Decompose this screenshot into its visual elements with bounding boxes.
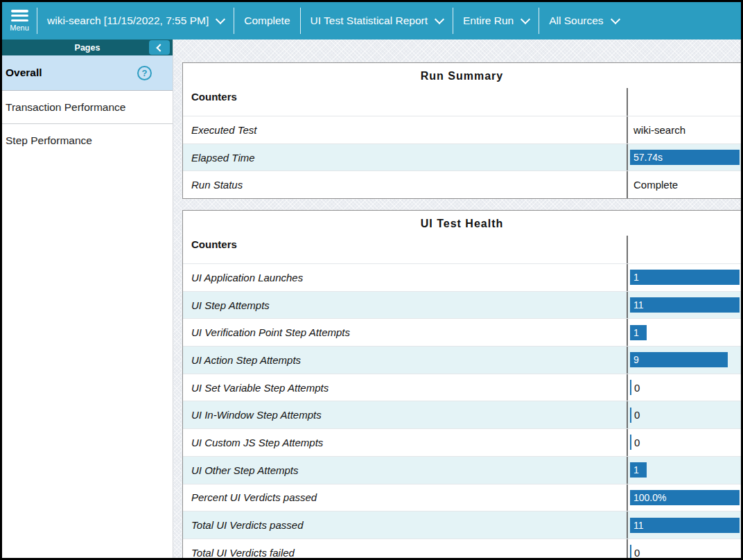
report-type-dropdown[interactable]: UI Test Statistical Report: [301, 2, 453, 40]
scope-label: Entire Run: [463, 15, 514, 27]
counter-label: UI In-Window Step Attempts: [183, 401, 627, 428]
sidebar-item-overall[interactable]: Overall?: [2, 55, 173, 91]
run-selector-label: wiki-search [11/15/2022, 7:55 PM]: [47, 15, 209, 27]
counter-row-ui-verification-point-step-attempts: UI Verification Point Step Attempts1: [183, 318, 741, 346]
counter-label: UI Application Launches: [183, 264, 627, 291]
counter-row-elapsed-time: Elapsed Time57.74s: [183, 143, 741, 171]
counter-value: 0: [634, 409, 640, 421]
counter-value: 0: [634, 547, 640, 558]
counter-row-ui-action-step-attempts: UI Action Step Attempts9: [183, 346, 741, 374]
counter-row-ui-set-variable-step-attempts: UI Set Variable Step Attempts0: [183, 374, 741, 401]
counter-bar-zero: [630, 545, 631, 558]
sources-label: All Sources: [549, 15, 603, 27]
counter-label: Percent UI Verdicts passed: [183, 484, 627, 511]
counter-label: UI Step Attempts: [183, 292, 627, 319]
counter-value: wiki-search: [633, 124, 685, 136]
counters-header-row: Counters: [183, 88, 741, 116]
counter-row-total-ui-verdicts-failed: Total UI Verdicts failed0: [183, 539, 741, 558]
counter-label: Total UI Verdicts failed: [183, 539, 627, 558]
counter-value-cell: 1: [627, 264, 741, 291]
counter-row-ui-in-window-step-attempts: UI In-Window Step Attempts0: [183, 401, 741, 428]
counter-bar: 100.0%: [630, 490, 740, 505]
counter-label: Elapsed Time: [183, 144, 627, 171]
counter-bar: 1: [630, 462, 647, 478]
counter-value-cell: 9: [627, 347, 741, 374]
counter-bar: 1: [630, 325, 647, 340]
top-toolbar: Menu wiki-search [11/15/2022, 7:55 PM] C…: [2, 2, 741, 40]
chevron-down-icon: [521, 14, 530, 24]
card-title: Run Summary: [183, 63, 741, 88]
pages-header: Pages: [2, 40, 173, 55]
counter-label: Executed Test: [183, 116, 627, 143]
counter-label: UI Action Step Attempts: [183, 347, 627, 374]
counter-value-cell: 0: [627, 539, 741, 558]
counter-bar: 57.74s: [630, 150, 740, 165]
counter-value-cell: 11: [627, 511, 741, 539]
chevron-left-icon: [156, 44, 164, 51]
counter-value-cell: 100.0%: [627, 484, 741, 511]
counter-value-cell: 0: [627, 429, 741, 456]
counter-label: UI Custom JS Step Attempts: [183, 429, 627, 456]
counter-row-run-status: Run StatusComplete: [183, 170, 741, 198]
counter-value-cell: 0: [627, 401, 741, 428]
counters-header-value-cell: [627, 88, 741, 116]
counters-header-row: Counters: [183, 236, 741, 263]
counter-bar-zero: [630, 380, 631, 395]
app-window: Menu wiki-search [11/15/2022, 7:55 PM] C…: [0, 0, 743, 560]
chevron-down-icon: [216, 14, 225, 24]
counter-row-ui-custom-js-step-attempts: UI Custom JS Step Attempts0: [183, 428, 741, 456]
sidebar-item-step-performance[interactable]: Step Performance: [2, 124, 173, 157]
sources-dropdown[interactable]: All Sources: [539, 2, 628, 40]
report-type-label: UI Test Statistical Report: [311, 15, 428, 27]
counter-label: UI Other Step Attempts: [183, 457, 627, 484]
counter-bar: 1: [630, 270, 740, 285]
counter-row-percent-ui-verdicts-passed: Percent UI Verdicts passed100.0%: [183, 484, 741, 511]
counter-row-executed-test: Executed Testwiki-search: [183, 116, 741, 143]
counter-value-cell: 0: [627, 374, 741, 401]
sidebar-item-label: Transaction Performance: [6, 101, 125, 114]
counter-bar: 11: [630, 297, 740, 313]
counters-header-value-cell: [627, 236, 741, 263]
scope-dropdown[interactable]: Entire Run: [453, 2, 539, 40]
menu-button[interactable]: Menu: [2, 2, 37, 40]
run-selector-dropdown[interactable]: wiki-search [11/15/2022, 7:55 PM]: [37, 2, 234, 40]
counter-label: UI Set Variable Step Attempts: [183, 374, 627, 401]
counter-bar-zero: [630, 435, 631, 450]
run-status-label: Complete: [234, 2, 299, 40]
counters-header-label: Counters: [183, 88, 627, 116]
counter-label: Total UI Verdicts passed: [183, 511, 627, 539]
counter-value-cell: 11: [627, 292, 741, 319]
pages-sidebar: Pages Overall?Transaction PerformanceSte…: [2, 40, 173, 558]
counter-label: Run Status: [183, 171, 627, 198]
sidebar-item-label: Step Performance: [6, 134, 92, 147]
counter-row-ui-step-attempts: UI Step Attempts11: [183, 291, 741, 319]
counter-label: UI Verification Point Step Attempts: [183, 319, 627, 346]
counter-bar: 9: [630, 352, 728, 367]
counter-value-cell: 57.74s: [627, 144, 741, 171]
counter-value: 0: [634, 437, 640, 448]
counter-value-cell: Complete: [627, 171, 741, 198]
counter-value: Complete: [633, 179, 678, 191]
sidebar-item-label: Overall: [6, 67, 42, 79]
hamburger-icon: [11, 10, 28, 21]
counter-bar: 11: [630, 518, 740, 533]
counter-row-ui-other-step-attempts: UI Other Step Attempts1: [183, 456, 741, 484]
chevron-down-icon: [611, 14, 620, 24]
sidebar-collapse-button[interactable]: [149, 40, 170, 55]
card-title: UI Test Health: [183, 211, 741, 236]
counters-header-label: Counters: [183, 236, 627, 263]
sidebar-items: Overall?Transaction PerformanceStep Perf…: [2, 55, 173, 157]
pages-title: Pages: [75, 43, 100, 53]
chevron-down-icon: [435, 14, 444, 24]
counter-bar-zero: [630, 408, 631, 423]
report-card-ui-test-health: UI Test HealthCountersUI Application Lau…: [182, 210, 741, 558]
counter-value: 0: [634, 382, 640, 394]
counter-value-cell: 1: [627, 319, 741, 346]
counter-row-ui-application-launches: UI Application Launches1: [183, 263, 741, 291]
report-area: Run SummaryCountersExecuted Testwiki-sea…: [173, 40, 741, 558]
sidebar-item-transaction-performance[interactable]: Transaction Performance: [2, 91, 173, 124]
help-icon[interactable]: ?: [137, 66, 152, 80]
counter-value-cell: 1: [627, 457, 741, 484]
menu-label: Menu: [10, 24, 29, 32]
counter-value-cell: wiki-search: [627, 116, 741, 143]
